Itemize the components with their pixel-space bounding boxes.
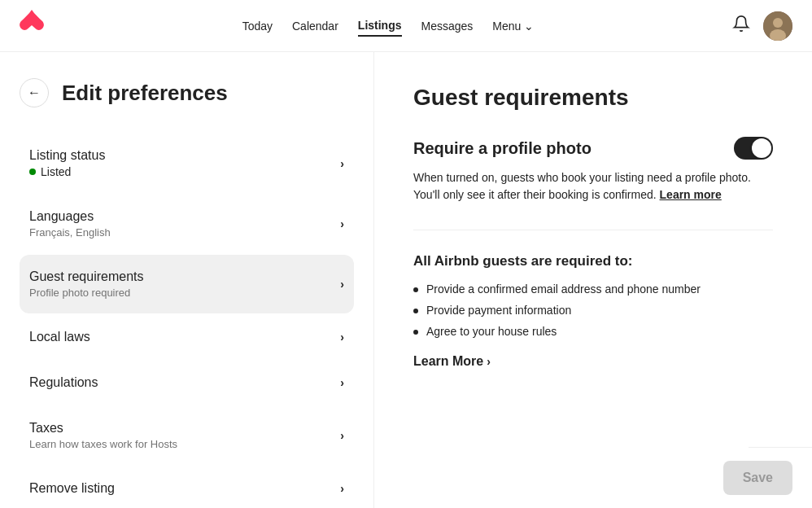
requirement-text-2: Provide payment information [426, 304, 571, 317]
taxes-label: Taxes [29, 421, 177, 436]
menu-item-content: Taxes Learn how taxes work for Hosts [29, 421, 177, 450]
languages-value: Français, English [29, 226, 111, 239]
navbar: Today Calendar Listings Messages Menu ⌄ [0, 0, 812, 52]
remove-listing-label: Remove listing [29, 481, 115, 496]
learn-more-btn-label: Learn More [413, 354, 483, 369]
bullet-icon [413, 287, 418, 292]
nav-listings[interactable]: Listings [358, 15, 402, 37]
sidebar-item-regulations[interactable]: Regulations › [20, 361, 354, 405]
chevron-right-icon: › [340, 217, 344, 230]
regulations-label: Regulations [29, 375, 98, 390]
nav-links: Today Calendar Listings Messages Menu ⌄ [242, 15, 535, 37]
menu-item-content: Regulations [29, 375, 98, 390]
chevron-right-icon: › [340, 331, 344, 344]
nav-calendar[interactable]: Calendar [292, 16, 338, 36]
nav-messages[interactable]: Messages [421, 16, 474, 36]
sidebar-item-remove-listing[interactable]: Remove listing › [20, 466, 354, 508]
menu-item-content: Remove listing [29, 481, 115, 496]
taxes-subtitle: Learn how taxes work for Hosts [29, 438, 177, 450]
requirement-text-3: Agree to your house rules [426, 325, 557, 338]
toggle-knob [752, 138, 771, 158]
page-title: Guest requirements [413, 85, 773, 111]
section-divider [413, 230, 773, 230]
nav-today[interactable]: Today [242, 16, 273, 36]
listing-status-value: Listed [29, 165, 105, 178]
chevron-right-icon: › [340, 157, 344, 170]
requirement-item-1: Provide a confirmed email address and ph… [413, 282, 773, 296]
content-wrapper: Guest requirements Require a profile pho… [374, 52, 812, 508]
menu-item-content: Listing status Listed [29, 148, 105, 178]
sidebar: ← Edit preferences Listing status Listed… [0, 52, 374, 508]
sidebar-item-local-laws[interactable]: Local laws › [20, 315, 354, 359]
requirement-text-1: Provide a confirmed email address and ph… [426, 282, 701, 296]
main-layout: ← Edit preferences Listing status Listed… [0, 52, 812, 508]
save-area: Save [749, 447, 812, 508]
sidebar-item-languages[interactable]: Languages Français, English › [20, 195, 354, 253]
airbnb-requirements-section: All Airbnb guests are required to: Provi… [413, 253, 773, 369]
status-dot-icon [29, 169, 36, 175]
requirement-item-2: Provide payment information [413, 304, 773, 317]
languages-label: Languages [29, 209, 111, 224]
requirements-list: Provide a confirmed email address and ph… [413, 282, 773, 338]
section-header: Require a profile photo [413, 137, 773, 160]
sidebar-item-listing-status[interactable]: Listing status Listed › [20, 134, 354, 193]
profile-photo-description: When turned on, guests who book your lis… [413, 169, 755, 204]
chevron-right-icon: › [340, 429, 344, 442]
nav-menu[interactable]: Menu ⌄ [492, 20, 534, 33]
avatar[interactable] [763, 11, 792, 41]
chevron-right-icon: › [340, 278, 344, 291]
local-laws-label: Local laws [29, 330, 90, 344]
learn-more-button[interactable]: Learn More › [413, 354, 491, 369]
airbnb-logo[interactable] [20, 10, 44, 42]
status-text: Listed [41, 165, 71, 178]
learn-more-link[interactable]: Learn more [660, 188, 722, 201]
profile-photo-section: Require a profile photo When turned on, … [413, 137, 773, 204]
sidebar-item-guest-requirements[interactable]: Guest requirements Profile photo require… [20, 255, 354, 313]
listing-status-label: Listing status [29, 148, 105, 163]
back-button[interactable]: ← [20, 78, 49, 107]
guest-requirements-value: Profile photo required [29, 287, 144, 299]
bullet-icon [413, 309, 418, 313]
menu-item-content: Guest requirements Profile photo require… [29, 269, 144, 299]
requirements-title: All Airbnb guests are required to: [413, 253, 773, 269]
guest-requirements-label: Guest requirements [29, 269, 144, 284]
nav-menu-label: Menu [492, 20, 521, 33]
menu-item-content: Local laws [29, 330, 90, 344]
svg-point-1 [773, 18, 783, 28]
chevron-down-icon: ⌄ [524, 20, 534, 33]
menu-item-content: Languages Français, English [29, 209, 111, 239]
sidebar-title: Edit preferences [62, 81, 228, 106]
profile-photo-toggle[interactable] [734, 137, 773, 160]
chevron-right-icon: › [487, 355, 491, 368]
save-button[interactable]: Save [723, 461, 792, 495]
profile-photo-title: Require a profile photo [413, 139, 592, 158]
requirement-item-3: Agree to your house rules [413, 325, 773, 338]
sidebar-header: ← Edit preferences [20, 78, 354, 107]
content-scrollable: Guest requirements Require a profile pho… [374, 52, 812, 508]
notification-bell-icon[interactable] [732, 15, 750, 37]
chevron-right-icon: › [340, 376, 344, 389]
nav-right [732, 11, 792, 41]
chevron-right-icon: › [340, 482, 344, 495]
sidebar-item-taxes[interactable]: Taxes Learn how taxes work for Hosts › [20, 406, 354, 465]
bullet-icon [413, 330, 418, 335]
